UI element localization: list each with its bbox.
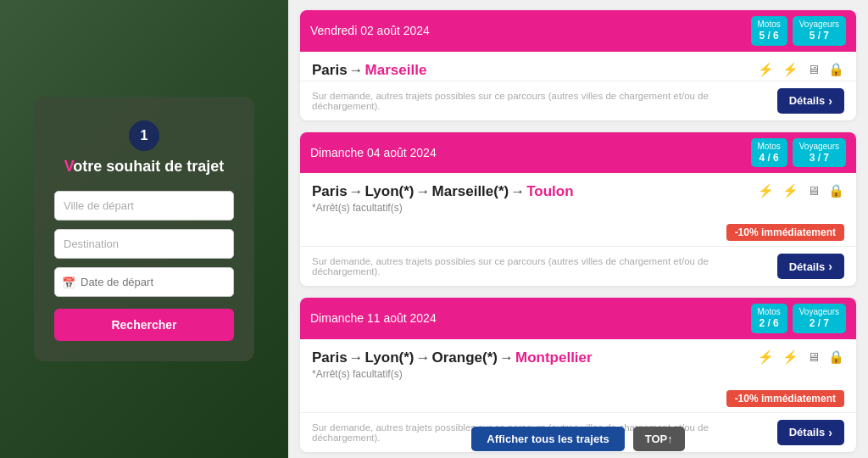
trip-card: Dimanche 04 août 2024Motos4 / 6Voyageurs… [300, 132, 856, 287]
details-button[interactable]: Détails› [777, 88, 844, 114]
card-date: Vendredi 02 août 2024 [310, 24, 430, 37]
card-body: Paris→Lyon(*)→Orange(*)→Montpellier ⚡ ⚡ … [300, 339, 856, 380]
fork-icon: ⚡ [782, 349, 798, 365]
card-header: Dimanche 11 août 2024Motos2 / 6Voyageurs… [300, 298, 856, 339]
route-segment: Lyon(*) [365, 349, 415, 366]
calendar-icon: 📅 [62, 276, 75, 288]
date-input-wrap: 📅 [54, 267, 234, 297]
title-v: V [64, 158, 74, 175]
discount-badge: -10% immédiatement [726, 224, 844, 241]
route-segment: → [349, 183, 364, 200]
fork-icon: ⚡ [782, 183, 798, 198]
card-header: Dimanche 04 août 2024Motos4 / 6Voyageurs… [300, 132, 856, 174]
search-button[interactable]: Rechercher [54, 309, 234, 341]
discount-badge: -10% immédiatement [726, 390, 844, 407]
chevron-right-icon: › [828, 94, 832, 108]
departure-input[interactable] [54, 191, 234, 221]
service-icons: ⚡ ⚡ 🖥 🔒 [758, 349, 844, 365]
motos-badge: Motos5 / 6 [751, 16, 787, 46]
motos-badge: Motos2 / 6 [751, 304, 787, 333]
top-button[interactable]: TOP↑ [633, 427, 685, 451]
motos-badge: Motos4 / 6 [751, 138, 787, 168]
route-segment: → [510, 183, 525, 200]
lock-icon: 🔒 [828, 183, 844, 198]
footer-note: Sur demande, autres trajets possibles su… [312, 91, 769, 111]
route-segment: → [349, 62, 364, 79]
badges: Motos5 / 6Voyageurs5 / 7 [751, 16, 847, 46]
destination-input[interactable] [54, 229, 234, 259]
discount-row: -10% immédiatement [300, 219, 856, 246]
route-segment: Marseille(*) [432, 183, 509, 200]
route-segment: Paris [312, 183, 348, 200]
discount-row: -10% immédiatement [300, 385, 856, 412]
route-segment: Montpellier [515, 349, 593, 366]
screen-icon: 🖥 [807, 183, 820, 198]
route-and-icons: Paris→Lyon(*)→Marseille(*)→Toulon ⚡ ⚡ 🖥 … [312, 183, 844, 202]
route-title: Paris→Lyon(*)→Orange(*)→Montpellier [312, 349, 593, 366]
lock-icon: 🔒 [828, 62, 844, 77]
plug-icon: ⚡ [758, 349, 774, 365]
badges: Motos4 / 6Voyageurs3 / 7 [751, 138, 847, 168]
right-panel: Vendredi 02 août 2024Motos5 / 6Voyageurs… [288, 0, 868, 458]
card-body: Paris→Lyon(*)→Marseille(*)→Toulon ⚡ ⚡ 🖥 … [300, 173, 856, 214]
service-icons: ⚡ ⚡ 🖥 🔒 [758, 62, 844, 77]
plug-icon: ⚡ [758, 183, 774, 198]
lock-icon: 🔒 [828, 349, 844, 365]
chevron-right-icon: › [828, 260, 832, 273]
fork-icon: ⚡ [782, 62, 798, 77]
details-label: Détails [789, 260, 826, 273]
card-date: Dimanche 11 août 2024 [310, 311, 437, 325]
details-label: Détails [789, 94, 826, 107]
screen-icon: 🖥 [807, 349, 820, 365]
route-segment: → [349, 349, 364, 366]
route-title: Paris→Marseille [312, 62, 426, 79]
details-button[interactable]: Détails› [777, 254, 844, 279]
route-segment: Orange(*) [432, 349, 498, 366]
badges: Motos2 / 6Voyageurs2 / 7 [751, 304, 847, 333]
route-segment: Toulon [526, 183, 573, 200]
left-panel: 1 Votre souhait de trajet 📅 Rechercher [0, 0, 288, 458]
form-title: Votre souhait de trajet [54, 158, 234, 176]
route-subtitle: *Arrêt(s) facultatif(s) [312, 368, 844, 380]
route-subtitle: *Arrêt(s) facultatif(s) [312, 202, 844, 214]
card-body: Paris→Marseille ⚡ ⚡ 🖥 🔒 [300, 52, 856, 81]
route-segment: Lyon(*) [365, 183, 415, 200]
title-rest: otre souhait de trajet [73, 158, 224, 175]
bottom-bar: Afficher tous les trajets TOP↑ [288, 420, 868, 458]
route-title: Paris→Lyon(*)→Marseille(*)→Toulon [312, 183, 574, 200]
route-segment: Paris [312, 349, 348, 366]
voyageurs-badge: Voyageurs5 / 7 [793, 16, 846, 46]
route-segment: Paris [312, 62, 348, 79]
all-trips-button[interactable]: Afficher tous les trajets [471, 427, 625, 451]
trip-card: Vendredi 02 août 2024Motos5 / 6Voyageurs… [300, 10, 856, 120]
card-footer: Sur demande, autres trajets possibles su… [300, 246, 856, 286]
footer-note: Sur demande, autres trajets possibles su… [312, 256, 769, 276]
plug-icon: ⚡ [758, 62, 774, 77]
form-card: 1 Votre souhait de trajet 📅 Rechercher [34, 97, 254, 361]
route-segment: → [416, 349, 431, 366]
date-input[interactable] [54, 267, 234, 297]
route-segment: → [416, 183, 431, 200]
route-segment: Marseille [365, 62, 427, 79]
screen-icon: 🖥 [807, 62, 820, 77]
card-date: Dimanche 04 août 2024 [310, 146, 437, 159]
service-icons: ⚡ ⚡ 🖥 🔒 [758, 183, 844, 198]
route-segment: → [499, 349, 514, 366]
voyageurs-badge: Voyageurs3 / 7 [793, 138, 846, 168]
step-circle: 1 [129, 120, 159, 151]
route-and-icons: Paris→Marseille ⚡ ⚡ 🖥 🔒 [312, 62, 844, 81]
route-and-icons: Paris→Lyon(*)→Orange(*)→Montpellier ⚡ ⚡ … [312, 349, 844, 368]
voyageurs-badge: Voyageurs2 / 7 [793, 304, 846, 333]
card-footer: Sur demande, autres trajets possibles su… [300, 81, 856, 120]
card-header: Vendredi 02 août 2024Motos5 / 6Voyageurs… [300, 10, 856, 52]
